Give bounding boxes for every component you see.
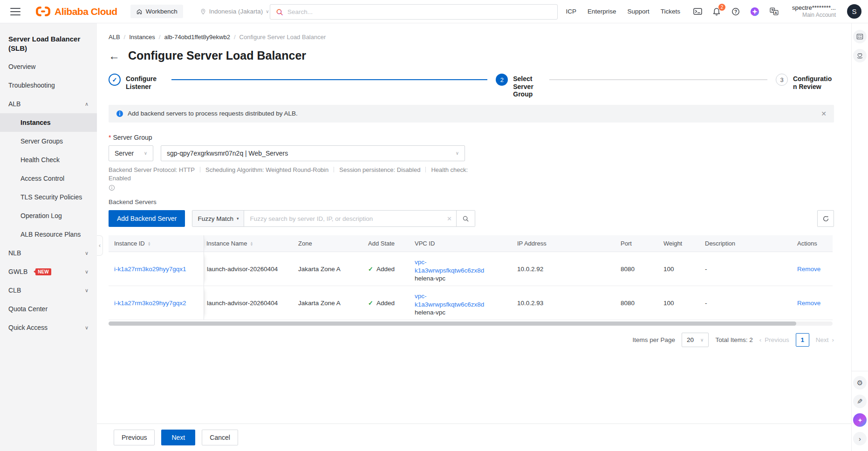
help-icon[interactable]: ? xyxy=(731,7,741,17)
horizontal-scrollbar-thumb[interactable] xyxy=(109,321,796,326)
sidebar-item-nlb[interactable]: NLB ∨ xyxy=(0,244,97,262)
vpc-id-link[interactable]: vpc-k1a3wrwpsfkqtw6c6zx8d xyxy=(415,292,485,308)
vpc-id-link[interactable]: vpc-k1a3wrwpsfkqtw6c6zx8d xyxy=(415,258,485,274)
chevron-down-icon: ∨ xyxy=(85,250,89,256)
sidebar-item-health-check[interactable]: Health Check xyxy=(0,150,97,169)
col-header-actions: Actions xyxy=(792,235,833,252)
close-icon[interactable]: ✕ xyxy=(821,110,827,117)
sidebar-item-instances[interactable]: Instances xyxy=(0,113,97,132)
collapse-rail-chevron-icon[interactable]: › xyxy=(853,432,867,445)
notifications-bell-icon[interactable]: 2 xyxy=(711,7,722,17)
weight-cell: 100 xyxy=(658,252,699,286)
ai-assistant-rail-icon[interactable] xyxy=(853,413,867,427)
breadcrumb-instances[interactable]: Instances xyxy=(129,34,155,41)
account-info[interactable]: spectre********... Main Account xyxy=(792,4,836,19)
remove-link[interactable]: Remove xyxy=(797,300,820,307)
backend-search-input[interactable] xyxy=(244,211,442,226)
sidebar-item-clb[interactable]: CLB ∨ xyxy=(0,281,97,300)
global-search-box[interactable] xyxy=(270,4,558,20)
next-step-button[interactable]: Next xyxy=(161,430,195,445)
instance-id-link[interactable]: i-k1a27rm3ko29hyy7gqx2 xyxy=(114,300,186,307)
account-name: spectre********... xyxy=(792,4,836,12)
weight-cell: 100 xyxy=(658,286,699,320)
back-arrow-icon[interactable]: ← xyxy=(109,50,120,62)
col-header-zone: Zone xyxy=(293,235,362,252)
topbar-link-icp[interactable]: ICP xyxy=(566,8,576,15)
chevron-down-icon: ∨ xyxy=(85,269,89,275)
settings-gear-icon[interactable]: ⚙ xyxy=(853,376,867,390)
menu-hamburger-icon[interactable] xyxy=(10,8,21,15)
meta-info-icon[interactable] xyxy=(109,184,472,191)
sidebar-item-troubleshooting[interactable]: Troubleshooting xyxy=(0,76,97,95)
sidebar-item-operation-log[interactable]: Operation Log xyxy=(0,206,97,225)
port-cell: 8080 xyxy=(615,252,658,286)
remove-link[interactable]: Remove xyxy=(797,266,820,273)
previous-step-button[interactable]: Previous xyxy=(114,430,155,445)
add-state-cell: ✓Added xyxy=(362,252,409,286)
care-service-icon[interactable] xyxy=(853,49,867,62)
task-list-icon[interactable] xyxy=(853,30,867,43)
meta-session-persistence: Session persistence: Disabled xyxy=(339,166,420,173)
pagination: Items per Page 20 ∨ Total Items: 2 ‹Prev… xyxy=(109,333,834,347)
sidebar-item-server-groups[interactable]: Server Groups xyxy=(0,132,97,150)
global-search-input[interactable] xyxy=(287,8,552,15)
match-mode-select[interactable]: Fuzzy Match ▾ xyxy=(192,211,244,226)
current-page-button[interactable]: 1 xyxy=(796,333,809,347)
step-2-label: Select Server Group xyxy=(513,75,537,98)
breadcrumb-alb[interactable]: ALB xyxy=(109,34,120,41)
breadcrumb-instance-id[interactable]: alb-74obd1ffet8y9ekwb2 xyxy=(164,34,230,41)
sidebar-item-alb[interactable]: ALB ∧ xyxy=(0,95,97,113)
page-size-select[interactable]: 20 ∨ xyxy=(682,333,709,347)
region-selector[interactable]: Indonesia (Jakarta) ∨ xyxy=(200,8,269,15)
cloud-shell-icon[interactable] xyxy=(692,7,703,17)
sidebar-item-gwlb[interactable]: GWLBNEW ∨ xyxy=(0,262,97,281)
server-type-select[interactable]: Server ∨ xyxy=(109,145,153,161)
sidebar-collapse-handle[interactable]: ‹ xyxy=(97,235,103,256)
alibaba-cloud-logo-text: Alibaba Cloud xyxy=(55,6,117,17)
workbench-label: Workbench xyxy=(146,8,178,15)
step-1-circle-check-icon: ✓ xyxy=(109,74,121,86)
items-per-page-label: Items per Page xyxy=(633,336,676,343)
topbar-right-cluster: Expenses ICP Enterprise Support Tickets … xyxy=(527,4,861,19)
avatar[interactable]: S xyxy=(847,4,861,19)
ip-address-cell: 10.0.2.93 xyxy=(512,286,615,320)
meta-health-check-label: Health check: xyxy=(431,166,468,173)
workbench-button[interactable]: Workbench xyxy=(130,5,183,18)
col-header-instance-id[interactable]: Instance ID ▲▼ xyxy=(109,235,204,252)
clear-search-icon[interactable]: ✕ xyxy=(442,211,456,226)
new-badge: NEW xyxy=(35,268,51,275)
topbar-link-support[interactable]: Support xyxy=(627,8,649,15)
feedback-pencil-icon[interactable]: ✎ xyxy=(853,395,867,408)
sort-icon[interactable]: ▲▼ xyxy=(250,241,253,246)
topbar-link-enterprise[interactable]: Enterprise xyxy=(588,8,616,15)
step-1-label: Configure Listener xyxy=(126,75,159,90)
topbar-link-tickets[interactable]: Tickets xyxy=(661,8,680,15)
alibaba-cloud-logo[interactable]: Alibaba Cloud xyxy=(35,6,117,17)
ip-address-cell: 10.0.2.92 xyxy=(512,252,615,286)
sidebar-item-access-control[interactable]: Access Control xyxy=(0,169,97,188)
cancel-button[interactable]: Cancel xyxy=(202,430,238,445)
info-banner-text: Add backend servers to process requests … xyxy=(128,110,298,117)
col-header-vpc-id: VPC ID xyxy=(409,235,512,252)
sort-icon[interactable]: ▲▼ xyxy=(148,241,151,246)
search-submit-button[interactable] xyxy=(456,211,475,226)
add-backend-server-button[interactable]: Add Backend Server xyxy=(109,210,185,227)
instance-id-link[interactable]: i-k1a27rm3ko29hyy7gqx1 xyxy=(114,266,186,273)
col-header-instance-name[interactable]: Instance Name ▲▼ xyxy=(204,235,293,252)
sidebar-item-alb-resource-plans[interactable]: ALB Resource Plans xyxy=(0,225,97,244)
chevron-down-icon: ∨ xyxy=(456,150,459,156)
server-group-select[interactable]: sgp-qpy7exgrkwsmr07n2q | Web_Servers ∨ xyxy=(161,145,465,161)
right-utility-rail: ⚙ ✎ › xyxy=(851,23,868,451)
sidebar-item-tls-security-policies[interactable]: TLS Security Policies xyxy=(0,188,97,206)
horizontal-scrollbar-track[interactable] xyxy=(109,321,833,326)
previous-page-button[interactable]: ‹Previous xyxy=(759,336,789,343)
next-page-button[interactable]: Next› xyxy=(816,336,834,343)
sidebar-item-quota-center[interactable]: Quota Center xyxy=(0,300,97,318)
sidebar-item-overview[interactable]: Overview xyxy=(0,57,97,76)
add-state-cell: ✓Added xyxy=(362,286,409,320)
refresh-button[interactable] xyxy=(817,210,834,227)
language-switch-icon[interactable]: A xyxy=(769,7,779,17)
chevron-down-icon: ∨ xyxy=(700,337,704,342)
ai-assistant-icon[interactable] xyxy=(750,7,760,17)
sidebar-item-quick-access[interactable]: Quick Access ∨ xyxy=(0,318,97,337)
